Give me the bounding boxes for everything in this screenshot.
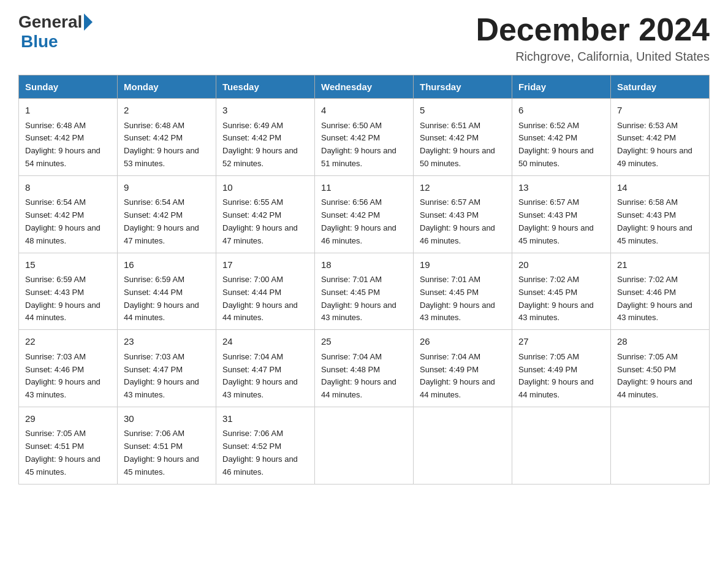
calendar-cell: 16 Sunrise: 6:59 AMSunset: 4:44 PMDaylig… bbox=[118, 253, 216, 330]
calendar-table: SundayMondayTuesdayWednesdayThursdayFrid… bbox=[18, 75, 710, 484]
calendar-cell: 1 Sunrise: 6:48 AMSunset: 4:42 PMDayligh… bbox=[19, 99, 118, 176]
day-info: Sunrise: 7:05 AMSunset: 4:50 PMDaylight:… bbox=[617, 351, 703, 402]
page-header: General Blue December 2024 Richgrove, Ca… bbox=[18, 12, 710, 64]
day-info: Sunrise: 6:54 AMSunset: 4:42 PMDaylight:… bbox=[25, 196, 111, 247]
calendar-cell: 20 Sunrise: 7:02 AMSunset: 4:45 PMDaylig… bbox=[512, 253, 611, 330]
day-number: 29 bbox=[25, 412, 111, 426]
day-number: 15 bbox=[25, 258, 111, 272]
day-info: Sunrise: 6:48 AMSunset: 4:42 PMDaylight:… bbox=[124, 120, 210, 170]
day-number: 11 bbox=[321, 181, 407, 195]
day-number: 24 bbox=[222, 335, 308, 349]
day-number: 3 bbox=[222, 104, 308, 118]
logo: General Blue bbox=[18, 12, 94, 52]
calendar-cell: 26 Sunrise: 7:04 AMSunset: 4:49 PMDaylig… bbox=[414, 330, 512, 407]
day-number: 16 bbox=[124, 258, 210, 272]
day-info: Sunrise: 7:05 AMSunset: 4:49 PMDaylight:… bbox=[518, 351, 604, 402]
calendar-cell: 31 Sunrise: 7:06 AMSunset: 4:52 PMDaylig… bbox=[216, 407, 315, 484]
calendar-week-row: 22 Sunrise: 7:03 AMSunset: 4:46 PMDaylig… bbox=[19, 330, 710, 407]
weekday-header-friday: Friday bbox=[512, 75, 611, 99]
day-number: 8 bbox=[25, 181, 111, 195]
weekday-header-thursday: Thursday bbox=[414, 75, 512, 99]
day-info: Sunrise: 6:59 AMSunset: 4:44 PMDaylight:… bbox=[124, 274, 210, 324]
day-number: 12 bbox=[420, 181, 506, 195]
calendar-cell bbox=[414, 407, 512, 484]
day-info: Sunrise: 6:58 AMSunset: 4:43 PMDaylight:… bbox=[617, 196, 703, 247]
logo-blue-text: Blue bbox=[21, 32, 58, 51]
weekday-header-monday: Monday bbox=[118, 75, 216, 99]
day-info: Sunrise: 7:02 AMSunset: 4:46 PMDaylight:… bbox=[617, 274, 703, 324]
weekday-header-sunday: Sunday bbox=[19, 75, 118, 99]
title-area: December 2024 Richgrove, California, Uni… bbox=[476, 12, 710, 64]
day-info: Sunrise: 6:49 AMSunset: 4:42 PMDaylight:… bbox=[222, 120, 308, 170]
calendar-cell: 8 Sunrise: 6:54 AMSunset: 4:42 PMDayligh… bbox=[19, 175, 118, 253]
calendar-cell: 28 Sunrise: 7:05 AMSunset: 4:50 PMDaylig… bbox=[611, 330, 710, 407]
day-info: Sunrise: 6:59 AMSunset: 4:43 PMDaylight:… bbox=[25, 274, 111, 324]
calendar-cell bbox=[512, 407, 611, 484]
calendar-cell bbox=[611, 407, 710, 484]
day-info: Sunrise: 6:57 AMSunset: 4:43 PMDaylight:… bbox=[518, 196, 604, 247]
location-title: Richgrove, California, United States bbox=[476, 50, 710, 64]
calendar-cell: 15 Sunrise: 6:59 AMSunset: 4:43 PMDaylig… bbox=[19, 253, 118, 330]
day-info: Sunrise: 7:03 AMSunset: 4:47 PMDaylight:… bbox=[124, 351, 210, 402]
day-number: 22 bbox=[25, 335, 111, 349]
day-info: Sunrise: 7:02 AMSunset: 4:45 PMDaylight:… bbox=[518, 274, 604, 324]
day-info: Sunrise: 7:01 AMSunset: 4:45 PMDaylight:… bbox=[420, 274, 506, 324]
day-number: 7 bbox=[617, 104, 703, 118]
calendar-week-row: 1 Sunrise: 6:48 AMSunset: 4:42 PMDayligh… bbox=[19, 99, 710, 176]
day-number: 13 bbox=[518, 181, 604, 195]
calendar-cell: 14 Sunrise: 6:58 AMSunset: 4:43 PMDaylig… bbox=[611, 175, 710, 253]
calendar-cell: 11 Sunrise: 6:56 AMSunset: 4:42 PMDaylig… bbox=[315, 175, 414, 253]
calendar-cell: 27 Sunrise: 7:05 AMSunset: 4:49 PMDaylig… bbox=[512, 330, 611, 407]
calendar-cell: 13 Sunrise: 6:57 AMSunset: 4:43 PMDaylig… bbox=[512, 175, 611, 253]
day-number: 9 bbox=[124, 181, 210, 195]
calendar-cell: 5 Sunrise: 6:51 AMSunset: 4:42 PMDayligh… bbox=[414, 99, 512, 176]
calendar-cell: 4 Sunrise: 6:50 AMSunset: 4:42 PMDayligh… bbox=[315, 99, 414, 176]
day-number: 2 bbox=[124, 104, 210, 118]
day-number: 14 bbox=[617, 181, 703, 195]
weekday-header-wednesday: Wednesday bbox=[315, 75, 414, 99]
calendar-cell: 18 Sunrise: 7:01 AMSunset: 4:45 PMDaylig… bbox=[315, 253, 414, 330]
calendar-cell: 2 Sunrise: 6:48 AMSunset: 4:42 PMDayligh… bbox=[118, 99, 216, 176]
logo-general-text: General bbox=[18, 12, 82, 32]
calendar-cell bbox=[315, 407, 414, 484]
weekday-header-saturday: Saturday bbox=[611, 75, 710, 99]
day-number: 28 bbox=[617, 335, 703, 349]
day-info: Sunrise: 6:57 AMSunset: 4:43 PMDaylight:… bbox=[420, 196, 506, 247]
day-number: 20 bbox=[518, 258, 604, 272]
calendar-cell: 3 Sunrise: 6:49 AMSunset: 4:42 PMDayligh… bbox=[216, 99, 315, 176]
day-number: 30 bbox=[124, 412, 210, 426]
day-info: Sunrise: 7:04 AMSunset: 4:48 PMDaylight:… bbox=[321, 351, 407, 402]
day-info: Sunrise: 7:00 AMSunset: 4:44 PMDaylight:… bbox=[222, 274, 308, 324]
day-number: 1 bbox=[25, 104, 111, 118]
day-info: Sunrise: 7:06 AMSunset: 4:51 PMDaylight:… bbox=[124, 427, 210, 478]
day-info: Sunrise: 7:04 AMSunset: 4:49 PMDaylight:… bbox=[420, 351, 506, 402]
day-info: Sunrise: 6:54 AMSunset: 4:42 PMDaylight:… bbox=[124, 196, 210, 247]
day-number: 21 bbox=[617, 258, 703, 272]
day-number: 26 bbox=[420, 335, 506, 349]
day-info: Sunrise: 6:48 AMSunset: 4:42 PMDaylight:… bbox=[25, 120, 111, 170]
calendar-cell: 29 Sunrise: 7:05 AMSunset: 4:51 PMDaylig… bbox=[19, 407, 118, 484]
calendar-cell: 9 Sunrise: 6:54 AMSunset: 4:42 PMDayligh… bbox=[118, 175, 216, 253]
weekday-header-row: SundayMondayTuesdayWednesdayThursdayFrid… bbox=[19, 75, 710, 99]
calendar-cell: 30 Sunrise: 7:06 AMSunset: 4:51 PMDaylig… bbox=[118, 407, 216, 484]
day-info: Sunrise: 6:53 AMSunset: 4:42 PMDaylight:… bbox=[617, 120, 703, 170]
day-number: 18 bbox=[321, 258, 407, 272]
day-number: 31 bbox=[222, 412, 308, 426]
day-info: Sunrise: 6:50 AMSunset: 4:42 PMDaylight:… bbox=[321, 120, 407, 170]
calendar-cell: 22 Sunrise: 7:03 AMSunset: 4:46 PMDaylig… bbox=[19, 330, 118, 407]
day-number: 17 bbox=[222, 258, 308, 272]
day-number: 4 bbox=[321, 104, 407, 118]
day-number: 19 bbox=[420, 258, 506, 272]
day-info: Sunrise: 7:04 AMSunset: 4:47 PMDaylight:… bbox=[222, 351, 308, 402]
calendar-cell: 7 Sunrise: 6:53 AMSunset: 4:42 PMDayligh… bbox=[611, 99, 710, 176]
calendar-cell: 19 Sunrise: 7:01 AMSunset: 4:45 PMDaylig… bbox=[414, 253, 512, 330]
day-number: 25 bbox=[321, 335, 407, 349]
calendar-cell: 24 Sunrise: 7:04 AMSunset: 4:47 PMDaylig… bbox=[216, 330, 315, 407]
day-info: Sunrise: 6:51 AMSunset: 4:42 PMDaylight:… bbox=[420, 120, 506, 170]
day-number: 5 bbox=[420, 104, 506, 118]
month-title: December 2024 bbox=[476, 12, 710, 47]
calendar-cell: 17 Sunrise: 7:00 AMSunset: 4:44 PMDaylig… bbox=[216, 253, 315, 330]
day-number: 27 bbox=[518, 335, 604, 349]
day-info: Sunrise: 7:06 AMSunset: 4:52 PMDaylight:… bbox=[222, 427, 308, 478]
calendar-cell: 6 Sunrise: 6:52 AMSunset: 4:42 PMDayligh… bbox=[512, 99, 611, 176]
